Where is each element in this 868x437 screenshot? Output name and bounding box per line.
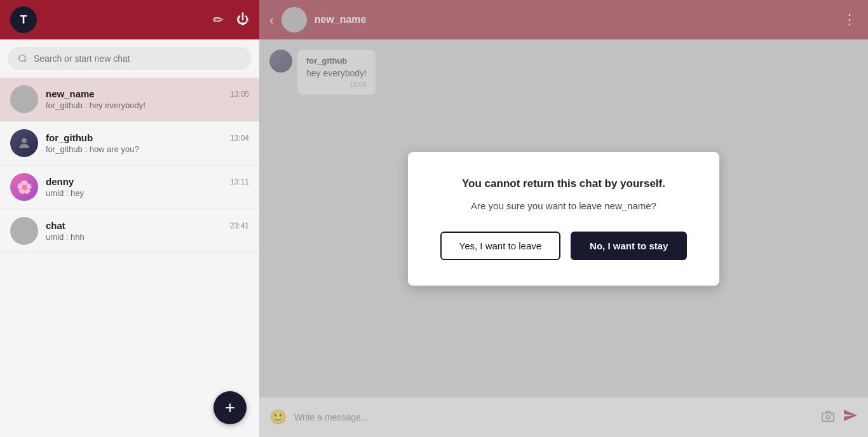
- chat-list: new_name 13:05 for_github : hey everybod…: [0, 78, 259, 437]
- stay-button[interactable]: No, I want to stay: [571, 232, 687, 260]
- chat-name: new_name: [46, 88, 95, 99]
- chat-item-new-name[interactable]: new_name 13:05 for_github : hey everybod…: [0, 78, 259, 121]
- chat-info: denny 13:11 umid : hey: [46, 176, 249, 198]
- sidebar-header: T ✏ ⏻: [0, 0, 259, 39]
- chat-item-denny[interactable]: 🌸 denny 13:11 umid : hey: [0, 165, 259, 209]
- chat-preview: umid : hey: [46, 188, 249, 198]
- chat-name: chat: [46, 220, 65, 231]
- chat-name: for_github: [46, 132, 93, 143]
- chat-preview: umid : hhh: [46, 232, 249, 242]
- chat-preview: for_github : how are you?: [46, 144, 249, 154]
- chat-name: denny: [46, 176, 74, 187]
- chat-time: 23:41: [230, 221, 249, 230]
- chat-time: 13:04: [230, 134, 249, 142]
- svg-point-0: [19, 55, 25, 61]
- dialog-title: You cannot return this chat by yourself.: [438, 177, 689, 190]
- power-icon[interactable]: ⏻: [236, 12, 249, 27]
- chat-item-chat[interactable]: chat 23:41 umid : hhh: [0, 209, 259, 253]
- sidebar: T ✏ ⏻ new_name 13:05 for_github : hey ev…: [0, 0, 259, 437]
- dialog-body: Are you sure you want to leave new_name?: [438, 200, 689, 211]
- avatar: [10, 129, 38, 157]
- chat-preview: for_github : hey everybody!: [46, 101, 249, 110]
- avatar: 🌸: [10, 173, 38, 201]
- chat-time: 13:05: [230, 90, 249, 99]
- sidebar-header-icons: ✏ ⏻: [213, 12, 249, 27]
- chat-info: new_name 13:05 for_github : hey everybod…: [46, 88, 249, 110]
- avatar: [10, 85, 38, 113]
- dialog-overlay: You cannot return this chat by yourself.…: [259, 0, 868, 437]
- app-logo: T: [10, 6, 37, 33]
- chat-time: 13:11: [230, 177, 249, 186]
- chat-area: ‹ new_name ⋮ for_github hey everybody! 1…: [259, 0, 868, 437]
- chat-info: chat 23:41 umid : hhh: [46, 220, 249, 242]
- leave-button[interactable]: Yes, I want to leave: [440, 232, 561, 260]
- search-icon: [18, 53, 27, 64]
- dialog-buttons: Yes, I want to leave No, I want to stay: [438, 232, 689, 260]
- chat-item-for-github[interactable]: for_github 13:04 for_github : how are yo…: [0, 121, 259, 165]
- svg-line-1: [24, 60, 26, 62]
- leave-chat-dialog: You cannot return this chat by yourself.…: [408, 152, 719, 286]
- search-input[interactable]: [34, 53, 241, 64]
- add-chat-button[interactable]: +: [214, 391, 247, 424]
- chat-info: for_github 13:04 for_github : how are yo…: [46, 132, 249, 154]
- avatar: [10, 217, 38, 245]
- svg-point-2: [22, 138, 27, 143]
- search-bar[interactable]: [8, 47, 252, 70]
- new-chat-icon[interactable]: ✏: [213, 12, 224, 27]
